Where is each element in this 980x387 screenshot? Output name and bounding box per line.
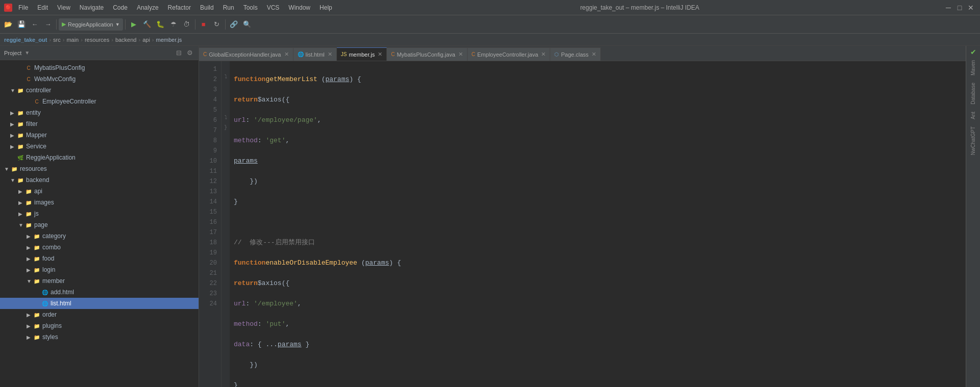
window-controls[interactable]: ─ □ ✕ — [943, 3, 976, 13]
tree-item-webmvcconfig[interactable]: C WebMvcConfig — [0, 73, 199, 85]
tree-item-mapper[interactable]: ▶ 📁 Mapper — [0, 130, 199, 141]
tree-item-food[interactable]: ▶ 📁 food — [0, 253, 199, 264]
code-editor[interactable]: 1 2 3 4 5 6 7 8 9 10 11 12 13 14 15 16 1… — [199, 61, 966, 387]
profile-button[interactable]: ⏱ — [181, 18, 193, 31]
tab-list-html[interactable]: 🌐 list.html ✕ — [293, 47, 337, 61]
tree-item-page[interactable]: ▼ 📁 page — [0, 219, 199, 230]
folder-icon: 📁 — [24, 221, 33, 229]
menu-vcs[interactable]: VCS — [263, 3, 284, 12]
menu-bar[interactable]: File Edit View Navigate Code Analyze Ref… — [14, 3, 336, 12]
menu-help[interactable]: Help — [315, 3, 336, 12]
tree-item-js[interactable]: ▶ 📁 js — [0, 208, 199, 219]
breadcrumb-main[interactable]: main — [66, 37, 79, 43]
close-button[interactable]: ✕ — [966, 3, 976, 13]
stop-button[interactable]: ■ — [198, 18, 210, 31]
ant-tab[interactable]: Ant — [969, 109, 977, 122]
tree-label: backend — [26, 176, 49, 184]
editor-tabs[interactable]: C GlobalExceptionHandler.java ✕ 🌐 list.h… — [199, 46, 966, 61]
class-icon: C — [24, 75, 33, 83]
tree-label: WebMvcConfig — [34, 75, 76, 83]
database-tab[interactable]: Database — [969, 80, 977, 108]
tree-item-order[interactable]: ▶ 📁 order — [0, 309, 199, 320]
tree-item-resources[interactable]: ▼ 📁 resources — [0, 163, 199, 174]
save-button[interactable]: 💾 — [15, 18, 28, 31]
tree-item-employeecontroller[interactable]: C EmployeeController — [0, 96, 199, 107]
tab-global-exception-handler[interactable]: C GlobalExceptionHandler.java ✕ — [199, 47, 293, 61]
settings-button[interactable]: ⚙ — [185, 48, 194, 58]
breadcrumb-backend[interactable]: backend — [115, 37, 137, 43]
panel-actions[interactable]: ⊟ ⚙ — [174, 48, 194, 58]
breadcrumb-api[interactable]: api — [142, 37, 150, 43]
tree-item-member[interactable]: ▼ 📁 member — [0, 275, 199, 287]
open-button[interactable]: 📂 — [2, 18, 14, 31]
tree-item-combo[interactable]: ▶ 📁 combo — [0, 242, 199, 253]
run-config-icon: ▶ — [62, 21, 66, 28]
code-line-4: method: 'get', — [234, 136, 962, 146]
folder-icon: 📁 — [33, 277, 41, 285]
tab-close-memberjs[interactable]: ✕ — [378, 51, 382, 58]
tree-item-entity[interactable]: ▶ 📁 entity — [0, 107, 199, 118]
tree-item-styles[interactable]: ▶ 📁 styles — [0, 331, 199, 343]
tab-mybatisplusconfig[interactable]: C MybatisPlusConfig.java ✕ — [387, 47, 468, 61]
forward-button[interactable]: → — [42, 18, 54, 31]
menu-run[interactable]: Run — [219, 3, 238, 12]
breadcrumb-sep-3: › — [81, 37, 83, 43]
tree-item-service[interactable]: ▶ 📁 Service — [0, 141, 199, 152]
minimize-button[interactable]: ─ — [943, 3, 953, 13]
panel-title: Project — [4, 50, 21, 56]
build-button[interactable]: 🔨 — [141, 18, 153, 31]
tab-employee-controller[interactable]: C EmployeeController.java ✕ — [468, 47, 550, 61]
tab-member-js[interactable]: JS member.js ✕ — [337, 47, 387, 61]
rerun-button[interactable]: ↻ — [211, 18, 223, 31]
tree-item-category[interactable]: ▶ 📁 category — [0, 230, 199, 242]
tree-item-backend[interactable]: ▼ 📁 backend — [0, 174, 199, 186]
tree-item-login[interactable]: ▶ 📁 login — [0, 264, 199, 275]
tree-item-api[interactable]: ▶ 📁 api — [0, 186, 199, 197]
tree-item-plugins[interactable]: ▶ 📁 plugins — [0, 320, 199, 331]
tab-close-employee[interactable]: ✕ — [541, 51, 546, 58]
app-icon: 🔴 — [4, 4, 12, 12]
menu-view[interactable]: View — [53, 3, 75, 12]
tab-close-page[interactable]: ✕ — [592, 51, 596, 58]
tree-item-list-html[interactable]: 🌐 list.html — [0, 298, 199, 309]
folder-icon: 📁 — [10, 165, 18, 173]
tree-item-filter[interactable]: ▶ 📁 filter — [0, 118, 199, 130]
tree-item-reggieapplication[interactable]: 🌿 ReggieApplication — [0, 152, 199, 163]
maximize-button[interactable]: □ — [954, 3, 965, 13]
attach-button[interactable]: 🔗 — [228, 18, 240, 31]
project-tree[interactable]: C MybatisPlusConfig C WebMvcConfig ▼ 📁 c… — [0, 60, 199, 387]
tab-close-listhtml[interactable]: ✕ — [328, 51, 332, 58]
menu-file[interactable]: File — [14, 3, 32, 12]
tree-item-add-html[interactable]: 🌐 add.html — [0, 287, 199, 298]
tab-page-class[interactable]: ⬡ Page.class ✕ — [550, 47, 601, 61]
code-content[interactable]: function getMemberList (params) { return… — [230, 61, 966, 387]
coverage-button[interactable]: ☂ — [167, 18, 180, 31]
tree-item-images[interactable]: ▶ 📁 images — [0, 197, 199, 208]
menu-analyze[interactable]: Analyze — [133, 3, 163, 12]
menu-refactor[interactable]: Refactor — [164, 3, 195, 12]
menu-window[interactable]: Window — [284, 3, 314, 12]
back-button[interactable]: ← — [29, 18, 41, 31]
menu-code[interactable]: Code — [109, 3, 132, 12]
collapse-all-button[interactable]: ⊟ — [174, 48, 183, 58]
tab-close-mybatis[interactable]: ✕ — [458, 51, 463, 58]
tree-item-controller[interactable]: ▼ 📁 controller — [0, 85, 199, 96]
breadcrumb-resources[interactable]: resources — [85, 37, 109, 43]
menu-tools[interactable]: Tools — [239, 3, 262, 12]
breadcrumb-src[interactable]: src — [53, 37, 61, 43]
menu-build[interactable]: Build — [196, 3, 218, 12]
debug-button[interactable]: 🐛 — [154, 18, 166, 31]
run-config-selector[interactable]: ▶ ReggieApplication ▼ — [59, 18, 123, 31]
tab-close-global[interactable]: ✕ — [284, 51, 289, 58]
tree-item-mybatisplusconfig[interactable]: C MybatisPlusConfig — [0, 62, 199, 73]
breadcrumb-project[interactable]: reggie_take_out — [4, 37, 47, 43]
menu-edit[interactable]: Edit — [33, 3, 52, 12]
tree-arrow: ▶ — [27, 256, 33, 262]
run-button[interactable]: ▶ — [128, 18, 140, 31]
search-button[interactable]: 🔍 — [241, 18, 253, 31]
maven-tab[interactable]: Maven — [969, 57, 977, 79]
nwchatgpt-tab[interactable]: NwChatGPT — [969, 123, 977, 158]
menu-navigate[interactable]: Navigate — [76, 3, 108, 12]
panel-dropdown-arrow[interactable]: ▼ — [24, 50, 30, 56]
html-icon: 🌐 — [41, 288, 49, 296]
